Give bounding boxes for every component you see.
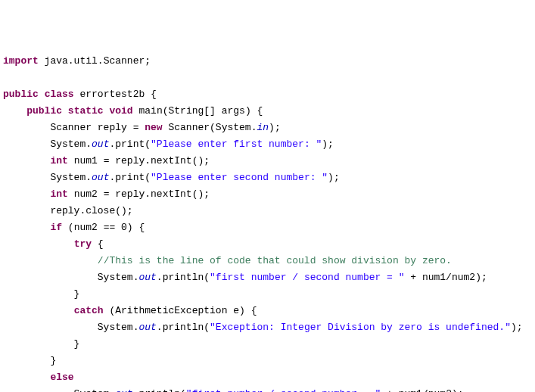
code-token: static	[68, 105, 104, 117]
code-token: errortest2b {	[74, 89, 157, 100]
code-token: + num1/num2);	[381, 388, 463, 392]
code-token: out	[92, 138, 109, 150]
code-line: }	[3, 286, 532, 303]
code-token	[3, 105, 26, 117]
code-line: }	[3, 353, 532, 369]
code-token	[3, 305, 74, 316]
code-line: reply.close();	[3, 203, 532, 219]
code-token: main(String[] args) {	[133, 105, 263, 117]
code-token: else	[50, 372, 73, 383]
code-token: System.	[3, 272, 138, 283]
code-token: void	[109, 105, 132, 117]
code-token: "Please enter second number: "	[151, 172, 328, 183]
code-line	[3, 70, 532, 86]
code-line: Scanner reply = new Scanner(System.in);	[3, 120, 532, 136]
code-token: System.	[3, 388, 115, 392]
code-token: .println(	[157, 272, 210, 283]
code-token: try	[74, 238, 92, 250]
code-token: "Exception: Integer Division by zero is …	[210, 322, 511, 333]
code-token: );	[328, 172, 340, 183]
code-token: .println(	[133, 388, 186, 392]
code-line: System.out.print("Please enter first num…	[3, 136, 532, 153]
code-token: }	[3, 355, 56, 366]
code-token: out	[115, 388, 132, 392]
code-token: out	[138, 272, 156, 283]
code-token: "first number / second number = "	[210, 272, 404, 283]
code-token: System.	[3, 138, 92, 150]
code-token: (num2 == 0) {	[62, 222, 145, 233]
code-token: //This is the line of code that could sh…	[98, 255, 452, 266]
code-token: num1 = reply.nextInt();	[68, 155, 210, 166]
code-token	[3, 155, 50, 166]
code-token: new	[145, 122, 162, 133]
code-token: num2 = reply.nextInt();	[68, 188, 210, 200]
code-token: if	[50, 222, 62, 233]
code-block: import java.util.Scanner; public class e…	[3, 53, 532, 392]
code-line: System.out.print("Please enter second nu…	[3, 170, 532, 186]
code-token: }	[3, 288, 79, 300]
code-token: .print(	[109, 172, 151, 183]
code-line: catch (ArithmeticException e) {	[3, 303, 532, 319]
code-token: Scanner reply =	[3, 122, 145, 133]
code-token	[3, 238, 74, 250]
code-token: public	[3, 89, 39, 100]
code-token: .print(	[109, 138, 151, 150]
code-token: reply.close();	[3, 205, 133, 216]
code-token: class	[45, 89, 74, 100]
code-token	[3, 255, 98, 266]
code-token: in	[257, 122, 269, 133]
code-line: System.out.println("first number / secon…	[3, 269, 532, 286]
code-line: //This is the line of code that could sh…	[3, 253, 532, 269]
code-token	[39, 89, 45, 100]
code-line: import java.util.Scanner;	[3, 53, 532, 70]
code-token	[3, 372, 50, 383]
code-token: System.	[3, 322, 138, 333]
code-token: out	[92, 172, 109, 183]
code-token	[3, 188, 50, 200]
code-token: }	[3, 338, 79, 350]
code-line: int num2 = reply.nextInt();	[3, 186, 532, 203]
code-token: "Please enter first number: "	[151, 138, 322, 150]
code-line: }	[3, 336, 532, 353]
code-line: System.out.println("first number / secon…	[3, 386, 532, 392]
code-line: public static void main(String[] args) {	[3, 103, 532, 120]
code-token: Scanner(System.	[163, 122, 257, 133]
code-token: + num1/num2);	[405, 272, 487, 283]
code-token: public	[26, 105, 62, 117]
code-line: else	[3, 369, 532, 386]
code-token: (ArithmeticException e) {	[104, 305, 257, 316]
code-token: int	[50, 155, 67, 166]
code-line: public class errortest2b {	[3, 86, 532, 103]
code-token: catch	[74, 305, 104, 316]
code-line: System.out.println("Exception: Integer D…	[3, 319, 532, 336]
code-token: .println(	[157, 322, 210, 333]
code-token: java.util.Scanner;	[39, 55, 151, 67]
code-token: out	[138, 322, 156, 333]
code-line: int num1 = reply.nextInt();	[3, 153, 532, 170]
code-token: import	[3, 55, 39, 67]
code-token	[3, 222, 50, 233]
code-line: if (num2 == 0) {	[3, 219, 532, 236]
code-token: );	[511, 322, 523, 333]
code-token	[62, 105, 68, 117]
code-line: try {	[3, 236, 532, 253]
code-token: System.	[3, 172, 92, 183]
code-token: {	[92, 238, 104, 250]
code-token: );	[269, 122, 281, 133]
code-token: int	[50, 188, 67, 200]
code-token: "first number / second number = "	[186, 388, 381, 392]
code-token: );	[322, 138, 334, 150]
